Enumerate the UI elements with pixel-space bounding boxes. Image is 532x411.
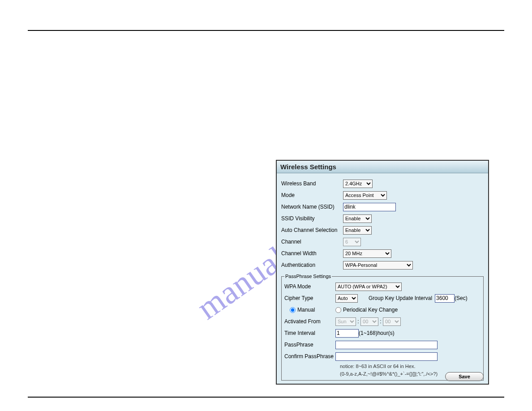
- save-button[interactable]: Save: [445, 372, 484, 381]
- label-channel-width: Channel Width: [281, 250, 343, 257]
- row-mode: Mode Access Point: [281, 189, 484, 201]
- select-channel: 6: [343, 238, 361, 246]
- input-passphrase[interactable]: [335, 341, 438, 349]
- radio-periodical[interactable]: [335, 307, 341, 313]
- row-channel-width: Channel Width 20 MHz: [281, 248, 484, 259]
- row-passphrase: PassPhrase: [284, 339, 481, 351]
- select-activated-mm: 00: [383, 317, 401, 326]
- input-time-interval[interactable]: [335, 329, 359, 338]
- label-ssid-visibility: SSID Visibility: [281, 215, 343, 222]
- row-activated-from: Activated From Sun : 00 : 00: [284, 316, 481, 327]
- row-ssid-visibility: SSID Visibility Enable: [281, 213, 484, 224]
- radio-periodical-label[interactable]: Periodical Key Change: [335, 307, 398, 313]
- panel-title: Wireless Settings: [277, 161, 488, 173]
- row-cipher: Cipher Type Auto Group Key Update Interv…: [284, 292, 481, 304]
- row-channel: Channel 6: [281, 236, 484, 248]
- label-passphrase: PassPhrase: [284, 342, 335, 348]
- label-wireless-band: Wireless Band: [281, 180, 343, 187]
- spacer-radio: Manual: [284, 307, 335, 313]
- divider-bottom: [28, 397, 504, 398]
- label-auto-channel: Auto Channel Selection: [281, 227, 343, 233]
- input-confirm-passphrase[interactable]: [335, 352, 438, 361]
- label-wpa-mode: WPA Mode: [284, 283, 335, 290]
- row-auto-channel: Auto Channel Selection Enable: [281, 224, 484, 236]
- fieldset-passphrase: PassPhrase Settings WPA Mode AUTO (WPA o…: [281, 274, 484, 381]
- select-wireless-band[interactable]: 2.4GHz: [343, 180, 373, 188]
- notice-line1: notice: 8~63 in ASCII or 64 in Hex.: [340, 363, 481, 370]
- select-ssid-visibility[interactable]: Enable: [343, 214, 372, 223]
- select-wpa-mode[interactable]: AUTO (WPA or WPA2): [335, 283, 402, 291]
- select-activated-hh: 00: [360, 317, 378, 326]
- select-mode[interactable]: Access Point: [343, 191, 387, 200]
- time-sep-1: :: [356, 318, 360, 325]
- row-wireless-band: Wireless Band 2.4GHz: [281, 178, 484, 189]
- label-group-key: Group Key Update Interval: [369, 295, 432, 301]
- input-group-key-interval[interactable]: [435, 294, 455, 303]
- label-ssid: Network Name (SSID): [281, 204, 343, 210]
- label-authentication: Authentication: [281, 262, 343, 268]
- input-ssid[interactable]: [343, 203, 396, 211]
- select-authentication[interactable]: WPA-Personal: [343, 261, 413, 270]
- row-ssid: Network Name (SSID): [281, 201, 484, 213]
- save-bar: Save: [445, 372, 484, 381]
- row-wpa-mode: WPA Mode AUTO (WPA or WPA2): [284, 281, 481, 292]
- label-cipher: Cipher Type: [284, 295, 335, 301]
- label-mode: Mode: [281, 192, 343, 198]
- panel-body: Wireless Band 2.4GHz Mode Access Point N…: [277, 173, 488, 382]
- time-sep-2: :: [378, 318, 383, 325]
- select-channel-width[interactable]: 20 MHz: [343, 249, 391, 258]
- divider-top: [28, 30, 504, 31]
- radio-manual-label[interactable]: Manual: [290, 307, 315, 313]
- row-confirm-passphrase: Confirm PassPhrase: [284, 351, 481, 362]
- select-activated-day: Sun: [335, 317, 356, 326]
- row-time-interval: Time Interval (1~168)hour(s): [284, 327, 481, 339]
- select-auto-channel[interactable]: Enable: [343, 226, 372, 235]
- label-time-interval: Time Interval: [284, 330, 335, 336]
- label-confirm-passphrase: Confirm PassPhrase: [284, 353, 335, 360]
- radio-manual[interactable]: [290, 307, 296, 313]
- row-key-mode: Manual Periodical Key Change: [284, 304, 481, 316]
- label-activated-from: Activated From: [284, 318, 335, 325]
- select-cipher[interactable]: Auto: [335, 294, 358, 303]
- label-channel: Channel: [281, 239, 343, 245]
- legend-passphrase: PassPhrase Settings: [284, 274, 332, 279]
- label-time-interval-hint: (1~168)hour(s): [359, 330, 395, 336]
- row-authentication: Authentication WPA-Personal: [281, 259, 484, 271]
- page: { "watermark": "manualshive.com", "panel…: [0, 0, 532, 411]
- label-group-key-unit: (Sec): [455, 295, 468, 301]
- wireless-settings-panel: Wireless Settings Wireless Band 2.4GHz M…: [276, 160, 489, 385]
